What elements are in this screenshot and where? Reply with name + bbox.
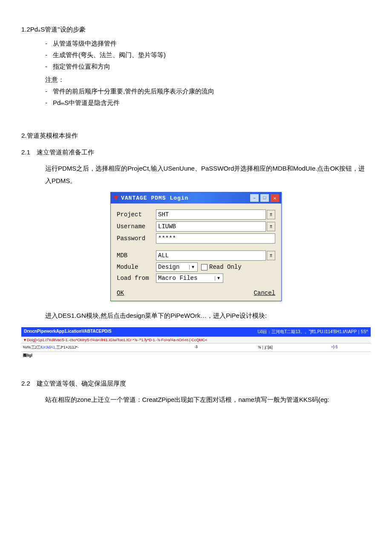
close-button[interactable]: ✕	[270, 194, 280, 202]
list-item: -PdₘS中管道是隐含元件	[45, 99, 371, 107]
module-label: Module	[117, 264, 156, 270]
list-item: -指定管件位置和方向	[45, 63, 371, 71]
project-input[interactable]: SHT	[156, 209, 266, 220]
toolbar-segment: ⅞｜j□]&]	[231, 345, 300, 350]
ok-button[interactable]: OK	[117, 290, 124, 296]
project-dropdown-icon[interactable]: ±	[267, 210, 275, 219]
section-2-title: 2.管道英模根本操作	[21, 132, 371, 140]
loadfrom-combo[interactable]: Macro Files ▼	[156, 273, 223, 283]
list-text: 从管道等级中选择管件	[53, 40, 117, 47]
app-title-right: Uδ目：三河电T二期13。。"]ff1.PU.I114'BH1.tΛ\APP｜5…	[257, 329, 368, 335]
menubar-text: ▼Doig]>1p1.t7XditVacS-1.-ctιo*OMryS·t¼ıa…	[23, 338, 208, 342]
toolbar-segment: ·3	[161, 345, 231, 350]
list-item: -生成管件(弯头、法兰、阀门、垫片等等)	[45, 51, 371, 59]
password-label: Password	[117, 235, 156, 242]
app-title-left: DrxıcnPipeworkApp1.icationVABTACEPDiS	[24, 329, 257, 335]
chevron-down-icon[interactable]: ▼	[189, 265, 196, 270]
module-value: Design	[158, 264, 189, 270]
bullet-list-1: -从管道等级中选择管件 -生成管件(弯头、法兰、阀门、垫片等等) -指定管件位置…	[45, 40, 371, 71]
loadfrom-value: Macro Files	[158, 275, 215, 282]
list-text: 生成管件(弯头、法兰、阀门、垫片等等)	[53, 51, 166, 58]
loadfrom-label: Load from	[117, 275, 156, 282]
list-text: 管件的前后顺序十分重要,管件的先后顺序表示介康的流向	[53, 87, 214, 95]
list-text: 指定管件位置和方向	[53, 63, 110, 70]
section-2-2-title: 2.2 建立管道等领、确定保温层厚度	[21, 380, 371, 388]
mdb-input[interactable]: ALL	[156, 250, 266, 261]
username-input[interactable]: LIUWB	[156, 221, 266, 232]
toolbar[interactable]: %I%三J三IUrJidA1.三J*1×J11J*- ·3 ⅞｜j□]&] »]…	[21, 343, 371, 352]
section-2-1-para: 运行PDMS之后，选择相应的ProjeCt,输入USenUune、PaSSWOr…	[45, 163, 371, 187]
username-dropdown-icon[interactable]: ±	[267, 222, 275, 231]
app-titlebar: DrxıcnPipeworkApp1.icationVABTACEPDiS Uδ…	[21, 327, 371, 337]
minimize-button[interactable]: –	[250, 194, 259, 202]
statusbar: 圈lIgl	[21, 352, 371, 359]
login-dialog: VANTAGE PDMS Login – □ ✕ Project SHT ± U…	[110, 192, 282, 301]
app-icon	[113, 196, 118, 200]
password-input[interactable]: *****	[156, 233, 275, 244]
titlebar[interactable]: VANTAGE PDMS Login – □ ✕	[111, 192, 281, 203]
section-2-1-title: 2.1 速立管道前准备工作	[21, 148, 371, 157]
list-item: -从管道等级中选择管件	[45, 40, 371, 48]
list-text: PdₘS中管道是隐含元件	[53, 99, 120, 106]
username-label: Username	[117, 223, 156, 230]
mdb-dropdown-icon[interactable]: ±	[267, 251, 275, 260]
readonly-label: Read Only	[209, 264, 242, 270]
title-text: VANTAGE PDMS Login	[121, 195, 250, 201]
design-module-screenshot: DrxıcnPipeworkApp1.icationVABTACEPDiS Uδ…	[21, 327, 371, 359]
maximize-button[interactable]: □	[260, 194, 269, 202]
section-2-2-para: 站在相应的zone上迁立一个管道：CreatZPipe出现如下左图对话根，nam…	[45, 394, 371, 406]
chevron-down-icon[interactable]: ▼	[215, 276, 222, 281]
module-combo[interactable]: Design ▼	[156, 262, 198, 272]
mdb-label: MDB	[117, 252, 156, 259]
after-dialog-para: 进入DES1.GN模块,然后点击design菜单下的PiPeWOrk…，进入Pi…	[45, 310, 371, 322]
note-label: 注意：	[45, 76, 371, 84]
toolbar-segment: »]-§	[300, 345, 369, 350]
bullet-list-2: -管件的前后顺序十分重要,管件的先后顺序表示介康的流向 -PdₘS中管道是隐含元…	[45, 87, 371, 107]
project-label: Project	[117, 211, 156, 218]
toolbar-segment: %I%三J三IUrJidA1.三J*1×J11J*-	[23, 345, 161, 350]
menubar[interactable]: ▼Doig]>1p1.t7XditVacS-1.-ctιo*OMryS·t¼ıa…	[21, 337, 371, 343]
dialog-body: Project SHT ± Username LIUWB ± Password …	[111, 203, 281, 287]
readonly-checkbox[interactable]	[201, 264, 208, 270]
list-item: -管件的前后顺序十分重要,管件的先后顺序表示介康的流向	[45, 87, 371, 96]
cancel-button[interactable]: Cancel	[254, 290, 275, 296]
section-1-2-title: 1.2PdₐS管道"设的步豪	[21, 26, 371, 34]
